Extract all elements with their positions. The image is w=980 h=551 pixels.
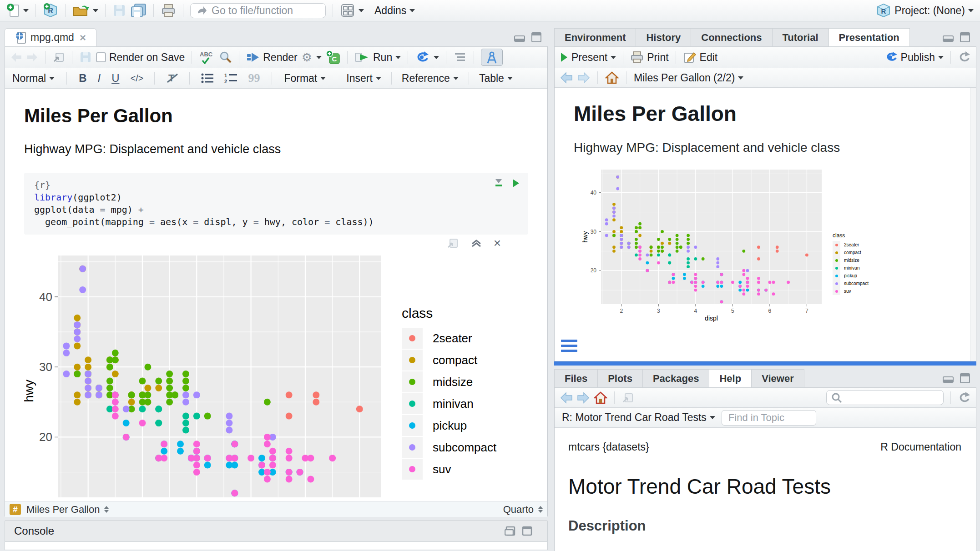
help-home-icon[interactable] (594, 391, 607, 404)
code-line[interactable]: {r} (34, 179, 518, 191)
code-line[interactable]: library(ggplot2) (34, 191, 518, 204)
open-file-caret[interactable] (93, 9, 98, 12)
save-all-icon[interactable] (130, 3, 146, 18)
save-icon[interactable] (112, 4, 126, 17)
document-mode-arrows-icon[interactable] (538, 506, 543, 513)
slide-menu-icon[interactable] (561, 340, 577, 352)
clear-output-icon[interactable]: × (494, 236, 501, 250)
open-file-button[interactable] (72, 4, 98, 17)
source-refresh-icon[interactable] (415, 50, 429, 64)
presentation-slide[interactable]: Miles Per Gallon Highway MPG: Displaceme… (555, 88, 976, 361)
console-header[interactable]: Console (5, 520, 548, 542)
bold-button[interactable]: B (79, 72, 86, 85)
outline-icon[interactable] (453, 52, 467, 63)
render-settings-gear-icon[interactable]: ⚙ (302, 50, 312, 65)
chunk-code[interactable]: {r}library(ggplot2)ggplot(data = mpg) + … (34, 179, 518, 228)
run-button[interactable]: Run (354, 51, 401, 64)
presentation-scrollbar[interactable] (970, 88, 976, 361)
render-on-save-option[interactable]: Render on Save (96, 51, 185, 64)
tab-tutorial[interactable]: Tutorial (773, 28, 829, 46)
reference-menu[interactable]: Reference (402, 72, 459, 85)
new-file-caret[interactable] (23, 9, 29, 12)
tab-mpg-qmd[interactable]: mpg.qmd × (5, 28, 96, 46)
present-button[interactable]: Present (560, 51, 616, 64)
popout-icon[interactable] (52, 51, 65, 63)
format-menu[interactable]: Format (284, 72, 326, 85)
help-document[interactable]: mtcars {datasets} R Documentation Motor … (555, 428, 976, 551)
paragraph-style-select[interactable]: Normal (12, 72, 55, 85)
panes-layout-button[interactable] (340, 3, 364, 18)
numbered-list-icon[interactable]: 12 (224, 73, 238, 84)
help-back-icon[interactable] (560, 392, 573, 404)
tab-help[interactable]: Help (709, 369, 752, 387)
source-options-caret[interactable] (434, 56, 439, 59)
tab-viewer[interactable]: Viewer (752, 369, 804, 387)
save-icon-editor[interactable] (79, 51, 92, 64)
code-line[interactable]: ggplot(data = mpg) + (34, 204, 518, 216)
refresh-icon[interactable] (958, 51, 970, 64)
maximize-pane-icon[interactable] (960, 373, 971, 383)
underline-button[interactable]: U (111, 72, 119, 85)
italic-button[interactable]: I (97, 72, 101, 85)
clear-formatting-icon[interactable]: T (166, 72, 178, 84)
present-caret[interactable] (611, 56, 616, 59)
tab-presentation[interactable]: Presentation (829, 28, 910, 46)
maximize-pane-icon[interactable] (531, 32, 542, 42)
console-body[interactable] (5, 542, 548, 550)
tab-plots[interactable]: Plots (598, 369, 643, 387)
render-settings-caret[interactable] (316, 56, 322, 59)
document-mode[interactable]: Quarto (503, 504, 534, 516)
slides-home-icon[interactable] (605, 71, 619, 84)
table-menu[interactable]: Table (479, 72, 513, 85)
tab-close-icon[interactable]: × (80, 31, 86, 44)
run-caret[interactable] (395, 56, 401, 59)
project-menu-button[interactable]: R Project: (None) (876, 3, 974, 18)
spellcheck-icon[interactable]: ABC (199, 50, 214, 64)
find-replace-icon[interactable] (218, 50, 232, 64)
tab-files[interactable]: Files (554, 369, 598, 387)
help-popout-icon[interactable] (621, 392, 634, 404)
tab-connections[interactable]: Connections (691, 28, 772, 46)
run-chunk-icon[interactable] (512, 178, 520, 188)
tab-environment[interactable]: Environment (554, 28, 636, 46)
section-navigator[interactable]: Miles Per Gallon (26, 504, 100, 516)
run-chunks-above-icon[interactable] (494, 178, 504, 188)
code-format-button[interactable]: </> (130, 73, 143, 84)
forward-icon[interactable] (26, 52, 38, 63)
minimize-pane-icon[interactable] (505, 526, 516, 536)
code-line[interactable]: geom_point(mapping = aes(x = displ, y = … (34, 216, 518, 228)
new-project-button[interactable]: R (43, 3, 58, 18)
help-search-input[interactable] (826, 390, 944, 405)
visual-editor-toggle[interactable] (481, 49, 503, 66)
tab-packages[interactable]: Packages (643, 369, 710, 387)
edit-button[interactable]: Edit (683, 51, 718, 64)
print-icon[interactable] (161, 3, 176, 18)
render-button[interactable]: Render (246, 51, 297, 64)
new-file-button[interactable] (6, 3, 29, 18)
minimize-pane-icon[interactable] (514, 33, 526, 42)
back-icon[interactable] (10, 52, 22, 63)
print-button[interactable]: Print (630, 51, 668, 64)
blockquote-icon[interactable]: 99 (248, 71, 260, 85)
visual-editor-canvas[interactable]: Miles Per Gallon Highway MPG: Displaceme… (5, 89, 547, 501)
insert-menu[interactable]: Insert (346, 72, 381, 85)
insert-chunk-icon[interactable]: C (326, 50, 340, 65)
addins-button[interactable]: Addins (374, 5, 415, 17)
section-navigator-arrows-icon[interactable] (104, 506, 109, 513)
maximize-pane-icon[interactable] (522, 526, 533, 536)
help-forward-icon[interactable] (577, 392, 590, 404)
minimize-pane-icon[interactable] (943, 33, 955, 42)
help-refresh-icon[interactable] (958, 391, 970, 404)
minimize-pane-icon[interactable] (943, 374, 955, 383)
output-popout-icon[interactable] (446, 237, 459, 249)
slide-back-icon[interactable] (560, 72, 573, 84)
pane-splitter[interactable] (554, 361, 976, 366)
tab-history[interactable]: History (636, 28, 691, 46)
maximize-pane-icon[interactable] (960, 32, 971, 42)
publish-button[interactable]: Publish (884, 51, 944, 64)
goto-file-search[interactable]: Go to file/function (190, 3, 326, 18)
slide-selector[interactable]: Miles Per Gallon (2/2) (634, 72, 743, 84)
publish-caret[interactable] (938, 56, 944, 59)
render-on-save-checkbox[interactable] (96, 52, 106, 62)
panes-layout-caret[interactable] (359, 9, 364, 12)
